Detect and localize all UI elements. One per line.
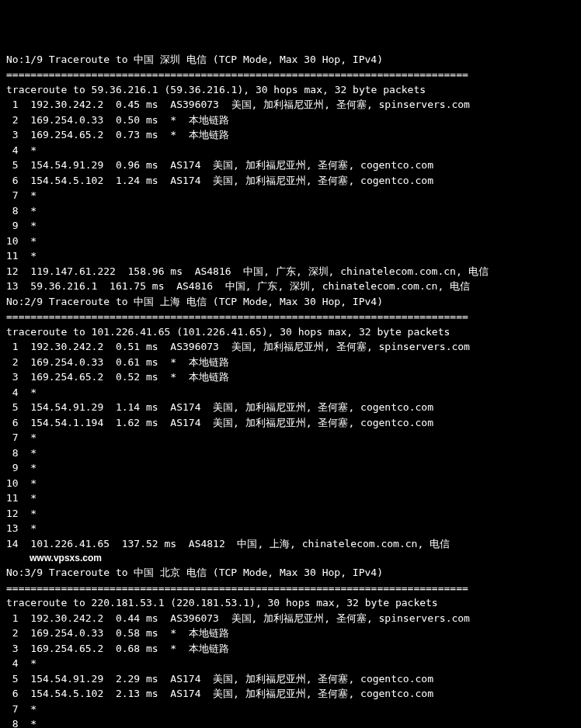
terminal-line: 6 154.54.5.102 1.24 ms AS174 美国, 加利福尼亚州,…: [6, 173, 575, 189]
terminal-line: 11 *: [6, 248, 575, 264]
terminal-line: 13 59.36.216.1 161.75 ms AS4816 中国, 广东, …: [6, 279, 575, 294]
terminal-line: 3 169.254.65.2 0.52 ms * 本地链路: [6, 369, 575, 385]
terminal-line: traceroute to 101.226.41.65 (101.226.41.…: [6, 324, 575, 340]
terminal-line: 7 *: [6, 702, 575, 717]
terminal-line: 6 154.54.5.102 2.13 ms AS174 美国, 加利福尼亚州,…: [6, 686, 575, 702]
terminal-line: 8 *: [6, 203, 575, 219]
terminal-line: 7 *: [6, 188, 575, 203]
terminal-line: No:3/9 Traceroute to 中国 北京 电信 (TCP Mode,…: [6, 565, 575, 581]
terminal-line: 4 *: [6, 656, 575, 671]
terminal-line: 14 101.226.41.65 137.52 ms AS4812 中国, 上海…: [6, 536, 575, 552]
terminal-line: 5 154.54.91.29 2.29 ms AS174 美国, 加利福尼亚州,…: [6, 671, 575, 687]
terminal-line: 2 169.254.0.33 0.61 ms * 本地链路: [6, 355, 575, 370]
terminal-line: traceroute to 220.181.53.1 (220.181.53.1…: [6, 595, 575, 611]
watermark: www.vpsxs.com: [6, 551, 575, 565]
terminal-output: No:1/9 Traceroute to 中国 深圳 电信 (TCP Mode,…: [6, 52, 575, 729]
terminal-line: ========================================…: [6, 67, 575, 82]
terminal-line: ========================================…: [6, 309, 575, 324]
terminal-line: 1 192.30.242.2 0.44 ms AS396073 美国, 加利福尼…: [6, 611, 575, 626]
terminal-line: ========================================…: [6, 581, 575, 596]
terminal-line: 13 *: [6, 521, 575, 536]
terminal-line: 2 169.254.0.33 0.58 ms * 本地链路: [6, 626, 575, 641]
terminal-line: 10 *: [6, 476, 575, 491]
terminal-line: traceroute to 59.36.216.1 (59.36.216.1),…: [6, 82, 575, 98]
terminal-line: 9 *: [6, 218, 575, 234]
terminal-line: 6 154.54.1.194 1.62 ms AS174 美国, 加利福尼亚州,…: [6, 415, 575, 431]
terminal-line: 8 *: [6, 445, 575, 461]
terminal-line: 4 *: [6, 143, 575, 158]
terminal-line: 9 *: [6, 460, 575, 476]
terminal-line: 1 192.30.242.2 0.51 ms AS396073 美国, 加利福尼…: [6, 339, 575, 355]
terminal-line: 2 169.254.0.33 0.50 ms * 本地链路: [6, 113, 575, 128]
terminal-line: 5 154.54.91.29 1.14 ms AS174 美国, 加利福尼亚州,…: [6, 400, 575, 415]
terminal-line: No:2/9 Traceroute to 中国 上海 电信 (TCP Mode,…: [6, 294, 575, 310]
terminal-line: 12 *: [6, 506, 575, 522]
terminal-line: 8 *: [6, 716, 575, 728]
terminal-line: No:1/9 Traceroute to 中国 深圳 电信 (TCP Mode,…: [6, 52, 575, 68]
terminal-line: 11 *: [6, 491, 575, 506]
terminal-line: 7 *: [6, 430, 575, 445]
terminal-line: 12 119.147.61.222 158.96 ms AS4816 中国, 广…: [6, 264, 575, 279]
terminal-line: 3 169.254.65.2 0.68 ms * 本地链路: [6, 641, 575, 657]
terminal-line: 5 154.54.91.29 0.96 ms AS174 美国, 加利福尼亚州,…: [6, 158, 575, 173]
terminal-line: 10 *: [6, 234, 575, 249]
terminal-line: 3 169.254.65.2 0.73 ms * 本地链路: [6, 127, 575, 143]
terminal-line: 1 192.30.242.2 0.45 ms AS396073 美国, 加利福尼…: [6, 97, 575, 113]
terminal-line: 4 *: [6, 385, 575, 400]
